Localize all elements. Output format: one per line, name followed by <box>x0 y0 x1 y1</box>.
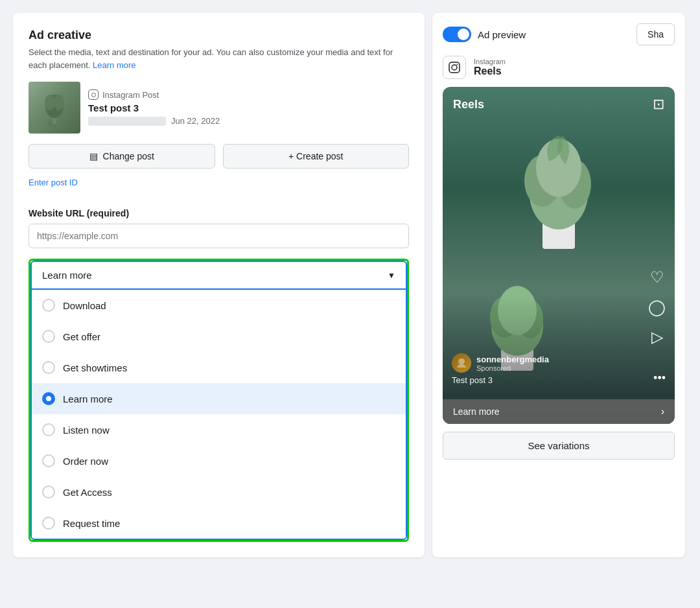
cta-option-get-showtimes[interactable]: Get showtimes <box>32 352 406 383</box>
create-post-button[interactable]: + Create post <box>223 144 410 169</box>
radio-listen-now <box>42 423 55 436</box>
cta-option-request-time[interactable]: Request time <box>32 508 406 539</box>
radio-get-showtimes <box>42 361 55 374</box>
preview-header: Ad preview Sha <box>443 23 675 45</box>
change-post-label: Change post <box>103 151 154 161</box>
preview-toggle-row: Ad preview <box>443 27 526 42</box>
svg-point-4 <box>54 95 64 110</box>
cta-dropdown-container: Learn more ▼ Download Get offer Get show… <box>29 259 409 542</box>
cta-option-order-now[interactable]: Order now <box>32 445 406 476</box>
website-url-label: Website URL (required) <box>29 208 409 218</box>
panel-title: Ad creative <box>29 29 409 42</box>
website-url-input[interactable] <box>29 224 409 248</box>
avatar-icon <box>455 357 468 369</box>
cta-selected-label: Learn more <box>42 270 92 281</box>
radio-request-time <box>42 517 55 530</box>
radio-download <box>42 299 55 312</box>
post-name: Test post 3 <box>88 102 409 113</box>
cta-option-download[interactable]: Download <box>32 290 406 321</box>
learn-more-bar-text: Learn more <box>453 406 500 417</box>
reels-title: Reels <box>453 98 484 111</box>
cta-label-listen-now: Listen now <box>63 425 110 436</box>
ad-creative-panel: Ad creative Select the media, text and d… <box>13 13 425 557</box>
post-type-label: Instagram Post <box>102 90 159 100</box>
plant-top-svg <box>504 110 614 252</box>
cta-label-get-access: Get Access <box>63 487 112 498</box>
preview-toggle[interactable] <box>443 27 471 42</box>
instagram-platform-icon <box>448 61 461 74</box>
enter-post-id-link[interactable]: Enter post ID <box>29 178 78 187</box>
post-date: Jun 22, 2022 <box>171 116 220 126</box>
platform-name: Instagram <box>474 58 506 65</box>
see-variations-button[interactable]: See variations <box>443 432 675 460</box>
ad-preview-panel: Ad preview Sha Instagram Reels Reels <box>432 13 685 557</box>
action-buttons: ▤ Change post + Create post <box>29 144 409 169</box>
post-thumbnail <box>29 82 80 134</box>
bottom-info: sonnenbergmedia Sponsored Test post 3 ••… <box>452 353 666 385</box>
share-button[interactable]: Sha <box>636 23 675 45</box>
instagram-icon <box>88 89 99 100</box>
camera-icon: ⊡ <box>653 96 664 113</box>
account-name-block: sonnenbergmedia Sponsored <box>476 355 549 372</box>
change-post-button[interactable]: ▤ Change post <box>29 144 215 169</box>
account-info: sonnenbergmedia Sponsored <box>452 353 549 373</box>
panel-description: Select the media, text and destination f… <box>29 46 409 71</box>
cta-option-get-offer[interactable]: Get offer <box>32 321 406 352</box>
post-caption: Test post 3 <box>452 375 549 385</box>
platform-icon-box <box>443 56 466 79</box>
svg-point-3 <box>45 95 55 110</box>
post-preview: Instagram Post Test post 3 Jun 22, 2022 <box>29 82 409 134</box>
cta-dropdown-list: Download Get offer Get showtimes Learn m… <box>30 290 407 540</box>
cta-label-request-time: Request time <box>63 518 120 529</box>
cta-label-order-now: Order now <box>63 456 108 467</box>
radio-learn-more <box>42 392 55 405</box>
radio-get-offer <box>42 330 55 343</box>
change-post-icon: ▤ <box>89 151 98 161</box>
cta-option-learn-more[interactable]: Learn more <box>32 383 406 414</box>
cta-option-listen-now[interactable]: Listen now <box>32 414 406 445</box>
sponsored-text: Sponsored <box>476 364 549 372</box>
post-info: Instagram Post Test post 3 Jun 22, 2022 <box>88 89 409 126</box>
svg-point-7 <box>457 64 458 65</box>
preview-label: Ad preview <box>478 29 526 40</box>
comment-icon[interactable]: ◯ <box>648 298 666 316</box>
reels-preview: Reels ⊡ <box>443 87 675 424</box>
platform-name-block: Instagram Reels <box>474 58 506 77</box>
cta-label-learn-more: Learn more <box>63 393 113 404</box>
share-icon[interactable]: ▷ <box>648 328 666 346</box>
svg-rect-5 <box>449 62 460 73</box>
thumbnail-image <box>29 82 80 134</box>
dropdown-arrow-icon: ▼ <box>388 271 395 280</box>
radio-get-access <box>42 485 55 498</box>
heart-icon[interactable]: ♡ <box>648 268 666 286</box>
cta-dropdown-button[interactable]: Learn more ▼ <box>30 261 407 290</box>
description-learn-more-link[interactable]: Learn more <box>93 60 135 70</box>
cta-label-download: Download <box>63 300 106 311</box>
platform-type: Reels <box>474 65 506 77</box>
account-name: sonnenbergmedia <box>476 355 549 364</box>
platform-header: Instagram Reels <box>443 56 675 79</box>
reels-top-bar: Reels ⊡ <box>453 96 664 113</box>
post-type-row: Instagram Post <box>88 89 409 100</box>
post-meta: Jun 22, 2022 <box>88 116 409 126</box>
account-avatar <box>452 353 471 373</box>
learn-more-bar[interactable]: Learn more › <box>443 399 675 424</box>
right-icons: ♡ ◯ ▷ <box>648 268 666 346</box>
svg-point-6 <box>452 65 457 70</box>
cta-label-get-offer: Get offer <box>63 331 100 342</box>
thumbnail-plant-svg <box>38 88 71 127</box>
cta-option-get-access[interactable]: Get Access <box>32 476 406 508</box>
account-caption-block: sonnenbergmedia Sponsored Test post 3 <box>452 353 549 385</box>
cta-label-get-showtimes: Get showtimes <box>63 362 127 373</box>
create-post-label: + Create post <box>288 151 343 161</box>
three-dots-icon[interactable]: ••• <box>653 371 666 385</box>
radio-order-now <box>42 454 55 467</box>
learn-more-arrow-icon: › <box>661 406 664 417</box>
post-id-redacted <box>88 117 166 126</box>
